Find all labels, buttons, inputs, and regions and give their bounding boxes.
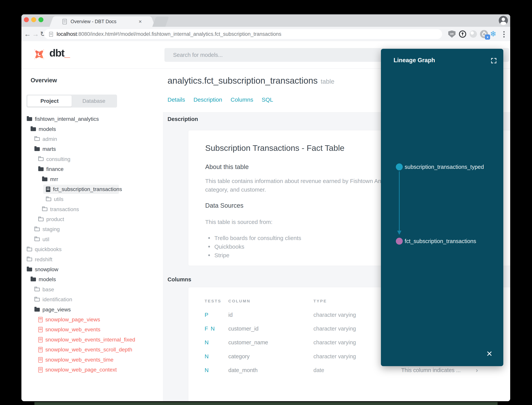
desktop-wallpaper-strip (34, 402, 498, 405)
lineage-edge-arrowhead (397, 231, 401, 235)
lineage-edge (399, 171, 400, 231)
tab-database[interactable]: Database (72, 95, 116, 107)
lineage-node-source[interactable] (396, 163, 403, 170)
zoom-window-button[interactable] (39, 17, 43, 22)
model-file-icon (38, 337, 43, 342)
tree-item-staging[interactable]: staging (21, 224, 163, 234)
tree-item-consulting[interactable]: consulting (21, 154, 163, 164)
new-tab-button[interactable] (152, 17, 169, 27)
browser-tab[interactable]: Overview - DBT Docs × (54, 16, 150, 27)
tree-item-product[interactable]: product (21, 214, 163, 224)
type-cell: character varying (313, 326, 356, 332)
tree-item-utils[interactable]: utils (21, 194, 163, 204)
tree-item-snowplow[interactable]: snowplow (21, 264, 163, 275)
folder-open-icon (42, 177, 47, 181)
tests-cell: N (205, 339, 209, 346)
tab-title: Overview - DBT Docs (71, 16, 117, 27)
tree-label: fct_subscription_transactions (53, 186, 122, 192)
tree-item-snowplow-web-page-context[interactable]: snowplow_web_page_context (21, 365, 163, 375)
card-title: Subscription Transactions - Fact Table (205, 143, 344, 153)
password-manager-extension-icon[interactable] (459, 30, 466, 38)
fullscreen-icon[interactable] (490, 57, 497, 64)
tree-item-transactions[interactable]: transactions (21, 204, 163, 214)
tree-item-models[interactable]: models (21, 124, 163, 134)
model-file-icon (38, 367, 43, 372)
tree-label: quickbooks (35, 246, 62, 252)
table-row[interactable]: N date_month date This column indicates … (188, 367, 510, 375)
column-cell: id (228, 312, 233, 318)
folder-icon (34, 228, 40, 231)
sources-heading: Data Sources (205, 202, 243, 209)
about-heading: About this table (205, 163, 249, 170)
tab-columns[interactable]: Columns (231, 96, 253, 103)
forward-icon[interactable]: → (32, 27, 39, 41)
minimize-window-button[interactable] (31, 17, 36, 22)
logo-word: dbt (49, 47, 64, 59)
tree-item-snowplow-web-events-scroll-depth[interactable]: snowplow_web_events_scroll_depth (21, 345, 163, 355)
folder-icon (34, 288, 40, 291)
tree-label: utils (54, 196, 64, 202)
about-text-line2: category, and customer. (205, 186, 266, 193)
tab-project[interactable]: Project (27, 95, 72, 107)
tree-item-page-views[interactable]: page_views (21, 304, 163, 314)
tree-item-quickbooks[interactable]: quickbooks (21, 244, 163, 254)
lineage-node-label[interactable]: subscription_transactions_typed (405, 164, 484, 170)
folder-icon (38, 157, 44, 161)
url-text: localhost:8080/index.html#!/model/model.… (57, 29, 281, 39)
tree-label: util (42, 236, 49, 243)
tests-cell: F N (205, 326, 215, 332)
tree-item-snowplow-web-events-internal-fixed[interactable]: snowplow_web_events_internal_fixed (21, 335, 163, 345)
tree-item-models-snowplow[interactable]: models (21, 275, 163, 284)
tree-item-redshift[interactable]: redshift (21, 254, 163, 264)
tree-item-fishtown-internal-analytics[interactable]: fishtown_internal_analytics (21, 114, 163, 124)
browser-profile-avatar[interactable] (499, 16, 508, 25)
description-cell: This column indicates ... (401, 367, 461, 373)
tree-item-util[interactable]: util (21, 235, 163, 244)
folder-open-icon (34, 308, 40, 312)
tree-item-base[interactable]: base (21, 285, 163, 295)
close-window-button[interactable] (24, 17, 29, 22)
column-cell: date_month (228, 367, 258, 373)
type-cell: character varying (313, 312, 356, 318)
tree-item-snowplow-web-events-time[interactable]: snowplow_web_events_time (21, 355, 163, 364)
tab-sql[interactable]: SQL (262, 96, 273, 103)
tree-item-marts[interactable]: marts (21, 144, 163, 154)
tree-label: snowplow_web_events (45, 326, 100, 333)
lineage-node-model[interactable] (396, 238, 403, 245)
browser-toolbar: ← → ↻ localhost:8080/index.html#!/model/… (21, 27, 510, 41)
model-file-icon (38, 357, 43, 363)
tree-item-snowplow-web-events[interactable]: snowplow_web_events (21, 325, 163, 335)
column-cell: customer_id (228, 326, 259, 332)
source-list-item: Quickbooks (214, 243, 244, 250)
tree-label: admin (42, 136, 57, 142)
ublock-extension-icon[interactable]: uo (448, 30, 455, 38)
tree-label: snowplow_web_events_scroll_depth (45, 347, 132, 353)
model-name: analytics.fct_subscription_transactions (168, 76, 318, 86)
address-bar[interactable]: localhost:8080/index.html#!/model/model.… (44, 29, 442, 39)
folder-open-icon (31, 277, 36, 281)
folder-icon (34, 137, 40, 141)
folder-icon (38, 218, 44, 221)
tree-item-identification[interactable]: identification (21, 295, 163, 304)
extension-icon[interactable] (470, 30, 477, 38)
page-security-icon[interactable] (49, 32, 53, 37)
tree-item-mrr[interactable]: mrr (21, 174, 163, 184)
tree-item-snowplow-page-views[interactable]: snowplow_page_views (21, 315, 163, 325)
tree-label: models (39, 276, 56, 283)
tab-description[interactable]: Description (194, 96, 222, 103)
browser-menu-icon[interactable] (503, 34, 505, 35)
folder-icon (46, 197, 51, 201)
close-icon[interactable]: × (486, 349, 492, 358)
lineage-node-label[interactable]: fct_subscription_transactions (405, 238, 476, 244)
column-cell: category (228, 353, 250, 360)
tree-label: snowplow_web_events_time (45, 357, 113, 363)
tree-item-finance[interactable]: finance (21, 164, 163, 174)
tab-details[interactable]: Details (168, 96, 185, 103)
chevron-right-icon[interactable]: › (476, 366, 478, 374)
tab-close-icon[interactable]: × (139, 16, 142, 27)
tree-item-fct-subscription-transactions[interactable]: fct_subscription_transactions (21, 184, 163, 194)
back-icon[interactable]: ← (24, 27, 31, 41)
model-file-icon (38, 317, 43, 322)
tree-label: product (46, 216, 64, 223)
tree-item-admin[interactable]: admin (21, 134, 163, 144)
